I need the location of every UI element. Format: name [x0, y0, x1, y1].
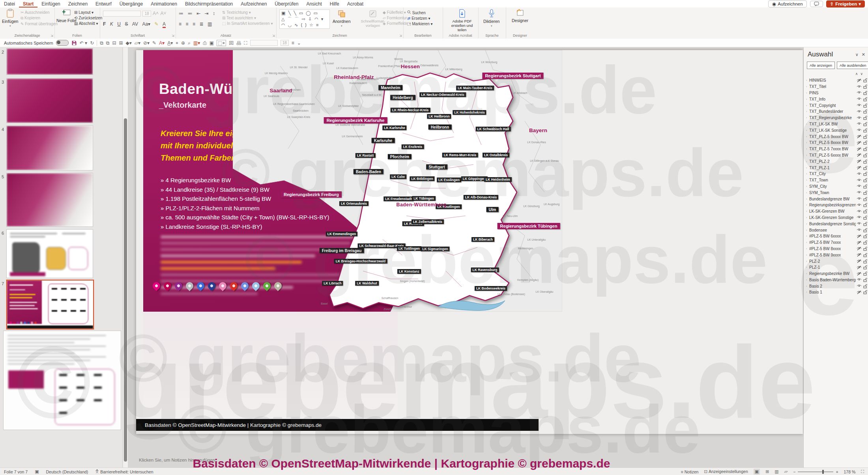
map-landkreis-label[interactable]: LK Biberach: [471, 237, 494, 242]
map-city-label[interactable]: Heidelberg: [390, 95, 415, 100]
visibility-on-icon[interactable]: [856, 203, 862, 207]
unlock-icon[interactable]: [862, 103, 868, 108]
cut-button[interactable]: ✂ Ausschneiden: [21, 10, 58, 15]
shrink-font-icon[interactable]: A˅: [161, 11, 166, 16]
chevron-right-icon[interactable]: ›: [806, 254, 809, 256]
indent-icon[interactable]: ⇥: [204, 11, 208, 16]
align-center-icon[interactable]: ≡: [185, 21, 188, 27]
layer-row[interactable]: ›TXT_LK-SK BW: [804, 121, 868, 127]
unlock-icon[interactable]: [862, 240, 868, 245]
unlock-icon[interactable]: [862, 203, 868, 207]
section-button[interactable]: ▤ Abschnitt ▾: [74, 21, 102, 26]
layer-row[interactable]: ›PINS: [804, 90, 868, 96]
map-city-label[interactable]: Freiburg im Breisgau: [320, 248, 364, 253]
comments-button[interactable]: [810, 1, 823, 7]
qa-size-combo[interactable]: 18: [281, 40, 289, 46]
map-pin-4[interactable]: [184, 281, 195, 291]
close-icon[interactable]: ✕: [862, 52, 865, 57]
map-state-label[interactable]: Saarland: [269, 88, 292, 94]
visibility-on-icon[interactable]: [856, 91, 862, 95]
menu-tab-ansicht[interactable]: Ansicht: [302, 0, 326, 8]
map-pin-1[interactable]: [151, 281, 162, 291]
autosave-toggle[interactable]: [56, 40, 69, 46]
visibility-on-icon[interactable]: [856, 222, 862, 226]
format-painter-button[interactable]: ✎ Format übertragen: [21, 22, 58, 26]
zoom-thumb[interactable]: [822, 470, 824, 474]
menu-tab-einfügen[interactable]: Einfügen: [37, 0, 64, 8]
dictate-button[interactable]: Diktieren▾: [481, 7, 501, 29]
menu-tab-datei[interactable]: Datei: [0, 0, 19, 8]
visibility-on-icon[interactable]: [856, 228, 862, 232]
map-pin-6[interactable]: [206, 281, 217, 291]
chevron-right-icon[interactable]: ›: [806, 160, 809, 163]
layout-button[interactable]: ⊞ Layout ▾: [74, 10, 102, 15]
layer-label[interactable]: TXT_LK-SK BW: [809, 122, 856, 126]
undo-icon[interactable]: ↶ ▾: [80, 40, 87, 46]
menu-tab-start[interactable]: Start: [19, 0, 37, 8]
visibility-on-icon[interactable]: [856, 209, 862, 213]
map-pin-5[interactable]: [195, 281, 206, 291]
numbered-list-icon[interactable]: ≕: [187, 11, 192, 16]
slide-thumbnail-3[interactable]: [6, 78, 93, 123]
chevron-right-icon[interactable]: ›: [806, 172, 809, 175]
map-city-label[interactable]: Heilbronn: [428, 125, 452, 130]
layer-label[interactable]: TXT_Copyright: [809, 103, 856, 108]
slide-copyright-bar[interactable]: Basisdaten © OpenStreetMap-Mitwirkende |…: [136, 419, 539, 431]
unlock-icon[interactable]: [862, 228, 868, 232]
map-landkreis-label[interactable]: LK Ortenaukreis: [339, 201, 369, 206]
layer-row[interactable]: ›TXT_Copyright: [804, 102, 868, 108]
unlock-icon[interactable]: [862, 122, 868, 126]
layer-label[interactable]: TXT_PLZ-5 9xxxx BW: [809, 135, 856, 139]
layer-label[interactable]: Bodensee: [809, 228, 856, 232]
chevron-right-icon[interactable]: ›: [806, 166, 809, 169]
layer-row[interactable]: ›#PLZ-5 BW 7xxxx: [804, 239, 868, 246]
unlock-icon[interactable]: [862, 109, 868, 114]
replace-button[interactable]: ⇄ Ersetzen ▾: [407, 16, 433, 21]
chevron-right-icon[interactable]: ›: [806, 154, 809, 157]
visibility-on-icon[interactable]: [856, 128, 862, 132]
layer-row[interactable]: ›TXT_Info: [804, 96, 868, 102]
line-spacing-icon[interactable]: ↕: [213, 11, 215, 16]
align-left-icon[interactable]: ≡: [179, 21, 181, 27]
menu-tab-bildschirmpräsentation[interactable]: Bildschirmpräsentation: [181, 0, 237, 8]
layer-label[interactable]: LK-SK-Grenzen BW: [809, 209, 856, 213]
layer-label[interactable]: LK-SK-Grenzen Sonstige: [809, 215, 856, 220]
layer-row[interactable]: ›TXT_City: [804, 171, 868, 177]
layer-label[interactable]: PLZ-2: [809, 259, 856, 264]
scrollbar-thumb[interactable]: [124, 118, 127, 462]
reset-button[interactable]: ⟲ Zurücksetzen: [74, 16, 102, 20]
layer-label[interactable]: PINS: [809, 91, 856, 95]
redo-icon[interactable]: ↻: [90, 40, 94, 46]
layer-row[interactable]: ›Basis 2: [804, 283, 868, 289]
layer-label[interactable]: PLZ-1: [809, 265, 856, 269]
map-landkreis-label[interactable]: LK Lörrach: [322, 281, 343, 286]
zoom-in-icon[interactable]: +: [836, 469, 838, 474]
menu-tab-aufzeichnen[interactable]: Aufzeichnen: [237, 0, 271, 8]
chevron-right-icon[interactable]: ›: [806, 285, 809, 288]
visibility-off-icon[interactable]: [856, 247, 862, 251]
unlock-icon[interactable]: [862, 159, 868, 164]
layer-label[interactable]: Basis 2: [809, 284, 856, 288]
italic-button[interactable]: K: [110, 21, 113, 27]
more-commands-icon[interactable]: ⌄: [297, 40, 301, 46]
map-district-label[interactable]: Regierungsbezirk Freiburg: [281, 191, 342, 198]
chevron-right-icon[interactable]: ›: [806, 210, 809, 213]
visibility-on-icon[interactable]: [856, 178, 862, 182]
chevron-right-icon[interactable]: ›: [806, 279, 809, 281]
layer-label[interactable]: TXT_PLZ-2: [809, 159, 856, 164]
unlock-icon[interactable]: [862, 278, 868, 282]
pen-icon[interactable]: ✎: [152, 40, 156, 46]
chevron-right-icon[interactable]: ›: [806, 223, 809, 225]
map-landkreis-label[interactable]: LK Karlsruhe: [382, 125, 406, 130]
zoom-value[interactable]: 178 %: [844, 469, 856, 474]
layer-label[interactable]: TXT_PLZ-5 8xxxx BW: [809, 140, 856, 145]
save-icon[interactable]: [71, 40, 77, 46]
map-city-label[interactable]: Ulm: [486, 207, 499, 212]
grow-font-icon[interactable]: A˄: [153, 11, 159, 16]
dialog-launcher-icon[interactable]: ⇲: [399, 34, 402, 37]
chevron-right-icon[interactable]: ›: [806, 98, 809, 101]
menu-tab-hilfe[interactable]: Hilfe: [326, 0, 343, 8]
visibility-off-icon[interactable]: [856, 272, 862, 276]
map-pin-7[interactable]: [217, 281, 228, 291]
layer-row[interactable]: ›TXT_PLZ-2: [804, 158, 868, 165]
